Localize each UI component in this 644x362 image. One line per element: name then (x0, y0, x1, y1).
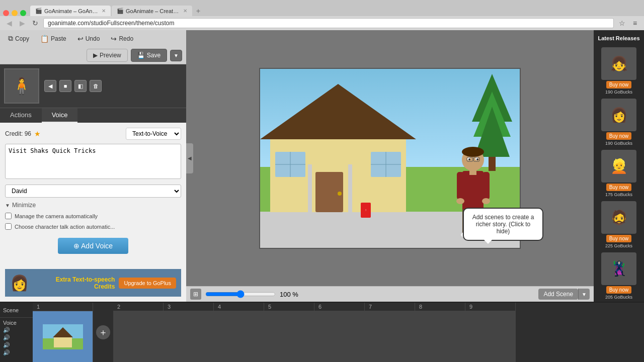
buy-button-3[interactable]: Buy now (606, 184, 631, 191)
scene-thumb-3[interactable] (164, 311, 213, 362)
settings-icon[interactable]: ≡ (630, 18, 640, 28)
buy-button-5[interactable]: Buy now (606, 286, 631, 294)
scene-view-icon[interactable]: ⊞ (190, 289, 201, 300)
ad-character: 👩 (10, 274, 29, 292)
tts-select[interactable]: Text-to-Voice Record Voice No Voice (126, 128, 181, 140)
camera-checkbox-label: Manage the camera automatically (15, 213, 98, 219)
camera-checkbox[interactable] (5, 213, 12, 219)
price-label-4: 225 GoBucks (605, 243, 632, 248)
scene-num-6: 6 (314, 303, 364, 311)
scene-thumb-4[interactable] (214, 311, 264, 362)
scene-thumb-9[interactable] (465, 311, 515, 362)
svg-rect-39 (54, 337, 72, 347)
scene-frame-4[interactable]: 4 (214, 303, 264, 362)
scene-num-1: 1 (33, 303, 93, 311)
buy-button-4[interactable]: Buy now (606, 235, 631, 242)
character-thumbnail[interactable]: 🧍 (4, 68, 39, 104)
scene-frame-5[interactable]: 5 (264, 303, 314, 362)
grid-icon: ⊞ (193, 291, 198, 298)
refresh-button[interactable]: ↻ (30, 18, 40, 28)
prev-char-button[interactable]: ◀ (44, 80, 56, 92)
tl-red[interactable] (3, 10, 9, 16)
bookmark-icon[interactable]: ☆ (617, 18, 627, 28)
scene-frame-8[interactable]: 8 (415, 303, 465, 362)
right-panel: Latest Releases 👧 Buy now 190 GoBucks 👩 … (594, 30, 644, 302)
upgrade-label: Upgrade to GoPlus (124, 280, 171, 286)
save-button[interactable]: 💾 Save (131, 49, 167, 62)
stop-button[interactable]: ■ (59, 80, 71, 92)
preview-label: Preview (100, 52, 121, 59)
scene-frame-2[interactable]: 2 (113, 303, 164, 362)
scene-frame-3[interactable]: 3 (164, 303, 214, 362)
tab-voice[interactable]: Voice (42, 108, 78, 123)
char-preview-1: 👧 (601, 47, 636, 80)
frame-back-button[interactable]: ◧ (74, 80, 87, 92)
scene-thumb-1[interactable] (33, 311, 93, 362)
scene-label-text: Scene (3, 307, 19, 313)
back-button[interactable]: ◀ (4, 18, 14, 28)
browser-tab-1[interactable]: 🎬 GoAnimate – GoAnimate Th... ✕ (30, 6, 111, 16)
checkbox-talk: Choose character talk action automatic..… (5, 223, 181, 230)
checkbox-camera: Manage the camera automatically (5, 213, 181, 219)
add-voice-button[interactable]: ⊕ Add Voice (58, 238, 128, 254)
credit-row: Credit: 96 ★ (5, 130, 41, 138)
scene-num-9: 9 (465, 303, 515, 311)
delete-char-button[interactable]: 🗑 (90, 80, 102, 92)
tl-yellow[interactable] (12, 10, 18, 16)
char-preview-3: 👱 (601, 150, 636, 183)
redo-button[interactable]: ↪ Redo (107, 33, 137, 45)
tab-2-label: GoAnimate – Create anim... (126, 8, 180, 14)
tab-add-button[interactable]: ＋ (193, 6, 203, 16)
browser-tab-2[interactable]: 🎬 GoAnimate – Create anim... ✕ (112, 6, 192, 16)
scene-frame-9[interactable]: 9 (465, 303, 516, 362)
scene-thumb-8[interactable] (415, 311, 465, 362)
tab-bar: 🎬 GoAnimate – GoAnimate Th... ✕ 🎬 GoAnim… (0, 0, 644, 16)
tab-1-label: GoAnimate – GoAnimate Th... (44, 8, 99, 14)
scene-frame-1[interactable]: 1 (33, 303, 93, 362)
scene-thumb-5[interactable] (264, 311, 314, 362)
app-root: 🎬 GoAnimate – GoAnimate Th... ✕ 🎬 GoAnim… (0, 0, 644, 362)
char-card-1: 👧 Buy now 190 GoBucks (597, 47, 641, 95)
buy-button-2[interactable]: Buy now (606, 132, 631, 140)
scene-thumb-2[interactable] (113, 311, 163, 362)
editor-toolbar: ⧉ Copy 📋 Paste ↩ Undo ↪ Redo (0, 30, 186, 64)
collapse-handle[interactable]: ◀ (186, 143, 193, 173)
voice-row-label: Voice 🔊 🔊 🔊 🔊 (0, 318, 33, 358)
add-scene-arrow[interactable]: ▼ (578, 289, 590, 300)
add-scene-circle-button[interactable]: ＋ (96, 325, 110, 339)
forward-button[interactable]: ▶ (17, 18, 27, 28)
char-card-4: 🧔 Buy now 225 GoBucks (597, 201, 641, 248)
preview-button[interactable]: ▶ Preview (87, 49, 128, 62)
scene-thumb-7[interactable] (365, 311, 415, 362)
play-icon: ▶ (93, 52, 98, 59)
buy-button-1[interactable]: Buy now (606, 81, 631, 88)
tab-1-close[interactable]: ✕ (102, 8, 106, 14)
svg-point-30 (482, 198, 490, 204)
zoom-slider[interactable] (205, 290, 276, 298)
volume-icon-2: 🔊 (3, 334, 30, 341)
voice-textarea[interactable]: Visit Shaks Quick Tricks (5, 144, 181, 179)
undo-button[interactable]: ↩ Undo (73, 33, 104, 45)
scene-frame-7[interactable]: 7 (365, 303, 415, 362)
scene-frame-6[interactable]: 6 (314, 303, 365, 362)
tab-actions[interactable]: Actions (0, 108, 42, 123)
paste-button[interactable]: 📋 Paste (36, 33, 70, 45)
more-options-button[interactable]: ▼ (170, 50, 182, 61)
talk-checkbox[interactable] (5, 223, 12, 230)
speech-bubble[interactable]: Add scenes to create a richer story. (Cl… (463, 208, 543, 241)
add-scene-frame[interactable]: ＋ (93, 303, 113, 362)
tl-green[interactable] (20, 10, 26, 16)
address-bar[interactable] (43, 18, 614, 28)
scene-label-col: Scene Voice 🔊 🔊 🔊 🔊 (0, 303, 33, 362)
voice-name-select[interactable]: David James Sarah (5, 185, 181, 198)
save-icon: 💾 (137, 52, 145, 59)
svg-point-17 (462, 147, 484, 157)
scene-thumb-6[interactable] (314, 311, 364, 362)
upgrade-button[interactable]: Upgrade to GoPlus (119, 278, 176, 289)
copy-button[interactable]: ⧉ Copy (4, 32, 33, 45)
scene-preview-svg (43, 324, 83, 349)
char-emoji-3: 👱 (610, 158, 628, 174)
minimize-row[interactable]: ▼ Minimize (5, 202, 181, 209)
tab-2-close[interactable]: ✕ (183, 8, 187, 14)
add-scene-button[interactable]: Add Scene (538, 289, 578, 300)
